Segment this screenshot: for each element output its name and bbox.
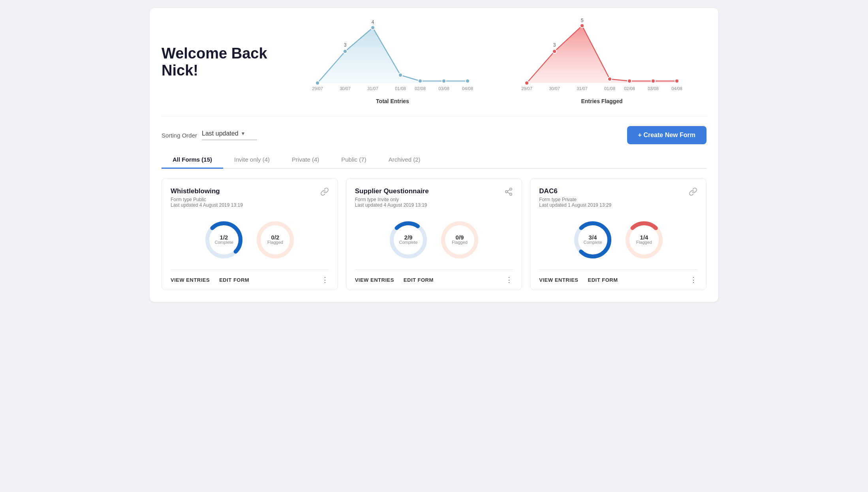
svg-point-23 — [651, 79, 655, 83]
edit-form-link[interactable]: EDIT FORM — [588, 277, 618, 283]
tab-archived[interactable]: Archived (2) — [378, 152, 432, 169]
card-footer: VIEW ENTRIES EDIT FORM ⋮ — [171, 270, 329, 290]
svg-text:Complete: Complete — [583, 240, 602, 245]
svg-point-2 — [343, 49, 347, 53]
svg-text:03/08: 03/08 — [438, 86, 449, 91]
sort-value: Last updated — [202, 130, 239, 137]
last-updated: Last updated 4 August 2019 13:19 — [171, 202, 243, 208]
form-type: Form type Private — [539, 197, 611, 202]
svg-text:01/08: 01/08 — [604, 86, 615, 91]
form-card-dac6: DAC6 Form type Private Last updated 1 Au… — [530, 178, 706, 290]
entries-flagged-svg: 3 5 29/07 30/07 31/07 01/08 02/08 03/08 … — [519, 20, 685, 95]
link-icon[interactable] — [320, 187, 329, 198]
flagged-donut: 0/2 Flagged — [254, 218, 297, 262]
footer-actions: VIEW ENTRIES EDIT FORM — [355, 277, 434, 283]
more-options-button[interactable]: ⋮ — [505, 275, 513, 284]
svg-text:29/07: 29/07 — [521, 86, 532, 91]
svg-point-24 — [675, 79, 679, 83]
complete-donut: 1/2 Complete — [202, 218, 246, 262]
more-options-button[interactable]: ⋮ — [321, 275, 329, 284]
svg-text:5: 5 — [581, 18, 584, 23]
svg-point-4 — [398, 73, 402, 77]
svg-text:Flagged: Flagged — [452, 240, 468, 245]
last-updated: Last updated 4 August 2019 13:19 — [355, 202, 429, 208]
card-charts: 1/2 Complete 0/2 Flagged — [171, 214, 329, 270]
last-updated: Last updated 1 August 2019 13:29 — [539, 202, 611, 208]
card-header: Whistleblowing Form type Public Last upd… — [171, 187, 329, 208]
svg-text:Complete: Complete — [215, 240, 233, 245]
form-type: Form type Public — [171, 197, 243, 202]
svg-text:4: 4 — [372, 19, 374, 25]
card-footer: VIEW ENTRIES EDIT FORM ⋮ — [539, 270, 697, 290]
svg-text:Complete: Complete — [399, 240, 417, 245]
svg-point-19 — [552, 49, 556, 53]
card-header: DAC6 Form type Private Last updated 1 Au… — [539, 187, 697, 208]
edit-form-link[interactable]: EDIT FORM — [404, 277, 434, 283]
svg-point-20 — [580, 24, 584, 28]
svg-text:03/08: 03/08 — [648, 86, 659, 91]
svg-text:02/08: 02/08 — [624, 86, 635, 91]
card-info: DAC6 Form type Private Last updated 1 Au… — [539, 187, 611, 208]
svg-text:04/08: 04/08 — [671, 86, 682, 91]
flagged-donut-svg: 0/9 Flagged — [438, 218, 481, 262]
card-title: Whistleblowing — [171, 187, 243, 195]
create-new-form-button[interactable]: + Create New Form — [627, 126, 706, 144]
welcome-title: Welcome Back Nick! — [162, 45, 288, 79]
card-header: Supplier Questionnaire Form type Invite … — [355, 187, 513, 208]
entries-flagged-chart: 3 5 29/07 30/07 31/07 01/08 02/08 03/08 … — [519, 20, 685, 104]
toolbar: Sorting Order Last updated ▼ + Create Ne… — [162, 126, 706, 144]
complete-donut-svg: 1/2 Complete — [202, 218, 246, 262]
form-card-whistleblowing: Whistleblowing Form type Public Last upd… — [162, 178, 338, 290]
edit-form-link[interactable]: EDIT FORM — [219, 277, 249, 283]
svg-text:31/07: 31/07 — [577, 86, 588, 91]
svg-point-7 — [466, 79, 470, 83]
view-entries-link[interactable]: VIEW ENTRIES — [171, 277, 210, 283]
form-type: Form type Invite only — [355, 197, 429, 202]
complete-donut: 2/9 Complete — [387, 218, 430, 262]
tab-all-forms[interactable]: All Forms (15) — [162, 152, 223, 169]
card-title: Supplier Questionnaire — [355, 187, 429, 195]
link-icon[interactable] — [689, 187, 697, 198]
share-icon[interactable] — [504, 187, 513, 198]
svg-line-44 — [507, 192, 510, 194]
welcome-text: Welcome Back Nick! — [162, 45, 288, 79]
card-info: Whistleblowing Form type Public Last upd… — [171, 187, 243, 208]
svg-point-5 — [418, 79, 422, 83]
complete-donut-svg: 2/9 Complete — [387, 218, 430, 262]
tab-public[interactable]: Public (7) — [330, 152, 377, 169]
svg-line-45 — [507, 190, 510, 191]
complete-donut-svg: 3/4 Complete — [571, 218, 614, 262]
flagged-donut-svg: 1/4 Flagged — [622, 218, 666, 262]
svg-text:30/07: 30/07 — [549, 86, 560, 91]
footer-actions: VIEW ENTRIES EDIT FORM — [539, 277, 618, 283]
card-charts: 2/9 Complete 0/9 Flagged — [355, 214, 513, 270]
svg-text:3: 3 — [344, 42, 347, 48]
cards-grid: Whistleblowing Form type Public Last upd… — [162, 178, 706, 290]
tab-private[interactable]: Private (4) — [281, 152, 330, 169]
flagged-donut-svg: 0/2 Flagged — [254, 218, 297, 262]
svg-text:31/07: 31/07 — [367, 86, 378, 91]
total-entries-svg: 3 4 29/07 30/07 31/07 01/08 02/08 03/08 … — [310, 20, 475, 95]
svg-text:Flagged: Flagged — [636, 240, 652, 245]
tabs-bar: All Forms (15) Invite only (4) Private (… — [162, 152, 706, 169]
svg-marker-0 — [318, 28, 468, 83]
footer-actions: VIEW ENTRIES EDIT FORM — [171, 277, 249, 283]
view-entries-link[interactable]: VIEW ENTRIES — [539, 277, 578, 283]
svg-point-6 — [442, 79, 446, 83]
entries-flagged-label: Entries Flagged — [581, 98, 622, 104]
sort-dropdown[interactable]: Last updated ▼ — [202, 130, 257, 140]
tab-invite-only[interactable]: Invite only (4) — [223, 152, 281, 169]
card-title: DAC6 — [539, 187, 611, 195]
flagged-donut: 0/9 Flagged — [438, 218, 481, 262]
svg-text:3: 3 — [553, 42, 556, 48]
total-entries-chart: 3 4 29/07 30/07 31/07 01/08 02/08 03/08 … — [310, 20, 475, 104]
welcome-section: Welcome Back Nick! — [162, 20, 706, 117]
svg-point-22 — [628, 79, 631, 83]
svg-text:30/07: 30/07 — [340, 86, 351, 91]
svg-text:02/08: 02/08 — [415, 86, 426, 91]
view-entries-link[interactable]: VIEW ENTRIES — [355, 277, 394, 283]
flagged-donut: 1/4 Flagged — [622, 218, 666, 262]
svg-point-18 — [525, 81, 529, 85]
more-options-button[interactable]: ⋮ — [690, 275, 697, 284]
form-card-supplier-questionnaire: Supplier Questionnaire Form type Invite … — [346, 178, 522, 290]
